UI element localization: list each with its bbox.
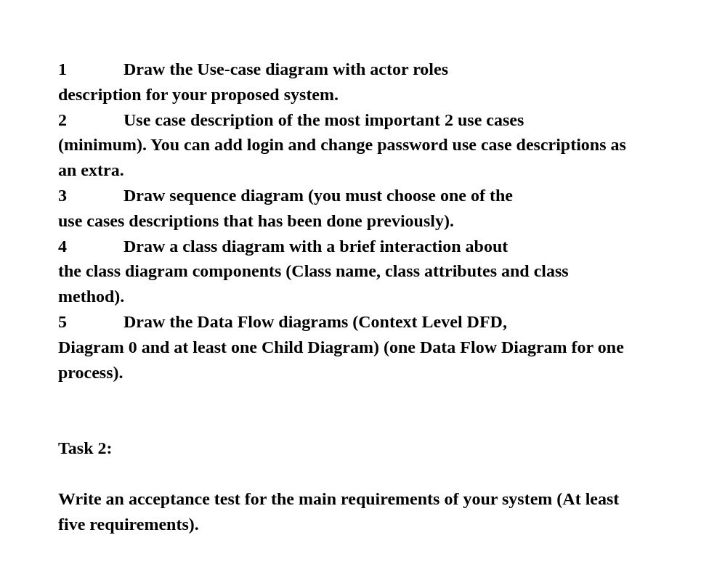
item-text-cont: description for your proposed system.	[58, 85, 339, 104]
list-item-2: 2Use case description of the most import…	[58, 107, 636, 183]
task2-heading: Task 2:	[58, 436, 636, 461]
list-item-4: 4Draw a class diagram with a brief inter…	[58, 234, 636, 309]
item-text-cont: (minimum). You can add login and change …	[58, 135, 626, 179]
list-item-1: 1Draw the Use-case diagram with actor ro…	[58, 57, 636, 107]
list-item-3: 3Draw sequence diagram (you must choose …	[58, 183, 636, 234]
list-item-5: 5Draw the Data Flow diagrams (Context Le…	[58, 309, 636, 385]
item-text-cont: Diagram 0 and at least one Child Diagram…	[58, 338, 624, 382]
item-number: 5	[58, 309, 123, 335]
task2-body: Write an acceptance test for the main re…	[58, 486, 636, 537]
item-text-cont: the class diagram components (Class name…	[58, 261, 569, 306]
item-text-start: Use case description of the most importa…	[123, 110, 524, 129]
document-content: 1Draw the Use-case diagram with actor ro…	[58, 57, 636, 537]
item-text-start: Draw the Data Flow diagrams (Context Lev…	[123, 312, 507, 331]
item-number: 3	[58, 183, 123, 208]
item-text-start: Draw sequence diagram (you must choose o…	[123, 186, 513, 205]
item-text-cont: use cases descriptions that has been don…	[58, 211, 454, 230]
item-text-start: Draw the Use-case diagram with actor rol…	[123, 60, 448, 78]
item-number: 1	[58, 57, 123, 82]
item-number: 2	[58, 107, 123, 133]
item-number: 4	[58, 234, 123, 259]
item-text-start: Draw a class diagram with a brief intera…	[123, 237, 508, 256]
